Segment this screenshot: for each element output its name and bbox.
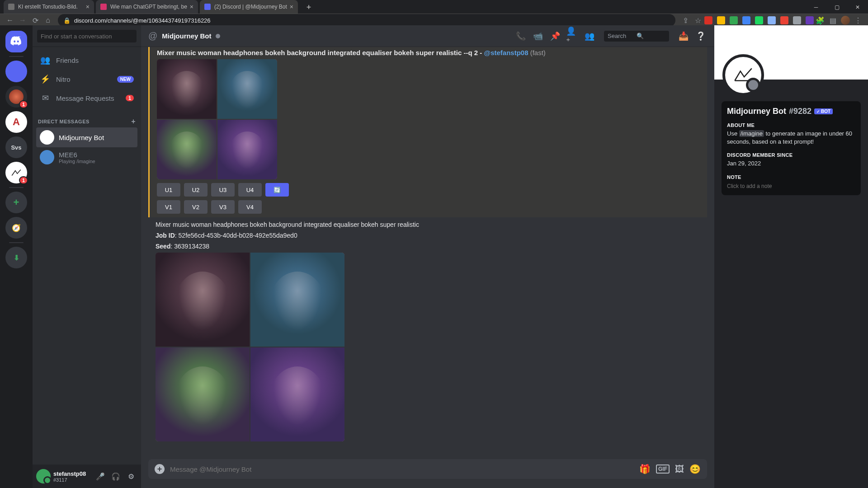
user-avatar[interactable]: [36, 469, 51, 483]
user-info[interactable]: stefanstp08 #3117: [53, 470, 91, 483]
channel-sidebar: 👥 Friends ⚡ Nitro NEW ✉ Message Requests…: [33, 25, 141, 488]
image-grid[interactable]: [156, 253, 344, 441]
settings-button[interactable]: ⚙: [125, 470, 137, 483]
note-header: NOTE: [727, 174, 855, 180]
dm-name: MEE6: [59, 151, 95, 159]
extension-icon[interactable]: [755, 16, 763, 24]
attach-button[interactable]: +: [155, 464, 165, 474]
image-grid[interactable]: [157, 59, 277, 179]
browser-tab[interactable]: (2) Discord | @Midjourney Bot ×: [200, 0, 298, 14]
inbox-button[interactable]: 📥: [677, 30, 690, 42]
server-button[interactable]: 1: [5, 86, 27, 108]
sticker-button[interactable]: 🖼: [675, 464, 684, 474]
star-icon[interactable]: ☆: [692, 14, 704, 27]
dm-name: Midjourney Bot: [59, 134, 104, 141]
pin-button[interactable]: 📌: [549, 30, 561, 42]
add-server-button[interactable]: +: [5, 192, 27, 213]
browser-tab[interactable]: KI erstellt Tonstudio-Bild. ×: [4, 0, 94, 14]
upscale-row: U1 U2 U3 U4 🔄: [157, 183, 707, 197]
extension-icon[interactable]: [806, 16, 814, 24]
sidepanel-icon[interactable]: ▤: [826, 14, 839, 27]
browser-tab[interactable]: Wie man ChatGPT beibringt, be ×: [96, 0, 198, 14]
back-button[interactable]: ←: [4, 14, 16, 27]
maximize-button[interactable]: ▢: [826, 0, 847, 14]
generated-image[interactable]: [217, 59, 277, 119]
new-tab-button[interactable]: +: [302, 1, 315, 14]
v4-button[interactable]: V4: [238, 200, 262, 214]
url-input[interactable]: 🔒 discord.com/channels/@me/1063443749197…: [58, 14, 675, 27]
chat-input-area: + 🎁 GIF 🖼 😊: [141, 459, 714, 488]
search-icon: 🔍: [637, 33, 665, 39]
download-button[interactable]: ⬇: [5, 247, 27, 268]
user-mention[interactable]: @stefanstp08: [484, 49, 528, 56]
server-button[interactable]: Svs: [5, 136, 27, 158]
extension-icon[interactable]: [717, 16, 725, 24]
server-button[interactable]: [5, 61, 27, 82]
chat-search[interactable]: Search 🔍: [604, 31, 669, 42]
close-icon[interactable]: ×: [190, 3, 193, 10]
nitro-item[interactable]: ⚡ Nitro NEW: [36, 70, 137, 89]
video-call-button[interactable]: 📹: [532, 30, 544, 42]
close-window-button[interactable]: ✕: [847, 0, 868, 14]
message-input[interactable]: [170, 465, 634, 473]
server-button[interactable]: A: [5, 111, 27, 133]
gift-button[interactable]: 🎁: [639, 464, 651, 474]
explore-button[interactable]: 🧭: [5, 217, 27, 239]
emoji-button[interactable]: 😊: [689, 464, 701, 474]
menu-icon[interactable]: ⋮: [852, 14, 864, 27]
mute-button[interactable]: 🎤: [94, 470, 107, 483]
generated-image[interactable]: [156, 253, 250, 347]
u2-button[interactable]: U2: [184, 183, 208, 197]
generated-image[interactable]: [157, 59, 217, 119]
reroll-button[interactable]: 🔄: [265, 183, 289, 197]
friends-item[interactable]: 👥 Friends: [36, 51, 137, 70]
extension-icon[interactable]: [780, 16, 788, 24]
v2-button[interactable]: V2: [184, 200, 208, 214]
reload-button[interactable]: ⟳: [29, 14, 42, 27]
home-button[interactable]: ⌂: [42, 14, 54, 27]
profile-toggle-button[interactable]: 👥: [583, 30, 596, 42]
extension-icon[interactable]: [704, 16, 712, 24]
extensions-menu-icon[interactable]: 🧩: [814, 14, 826, 27]
help-button[interactable]: ❔: [694, 30, 707, 42]
message-requests-item[interactable]: ✉ Message Requests 1: [36, 89, 137, 108]
generated-image[interactable]: [156, 347, 250, 441]
friends-label: Friends: [56, 56, 79, 64]
voice-call-button[interactable]: 📞: [514, 30, 527, 42]
close-icon[interactable]: ×: [86, 3, 90, 10]
add-friends-button[interactable]: 👤⁺: [566, 30, 579, 42]
generated-image[interactable]: [217, 120, 277, 179]
about-header: ABOUT ME: [727, 122, 855, 128]
home-server-button[interactable]: [5, 31, 27, 52]
extension-icon[interactable]: [768, 16, 776, 24]
address-bar: ← → ⟳ ⌂ 🔒 discord.com/channels/@me/10634…: [0, 14, 868, 27]
search-input[interactable]: [37, 30, 137, 42]
message-list[interactable]: Mixer music woman headphones bokeh backg…: [141, 47, 714, 459]
generated-image[interactable]: [250, 347, 344, 441]
note-input[interactable]: [727, 183, 855, 189]
deafen-button[interactable]: 🎧: [109, 470, 122, 483]
profile-avatar-icon[interactable]: [839, 14, 852, 27]
forward-button[interactable]: →: [16, 14, 29, 27]
u3-button[interactable]: U3: [211, 183, 235, 197]
close-icon[interactable]: ×: [290, 3, 293, 10]
v1-button[interactable]: V1: [157, 200, 180, 214]
u1-button[interactable]: U1: [157, 183, 180, 197]
generated-image[interactable]: [157, 120, 217, 179]
extension-icon[interactable]: [742, 16, 750, 24]
minimize-button[interactable]: ─: [806, 0, 826, 14]
new-badge: NEW: [117, 76, 134, 83]
u4-button[interactable]: U4: [238, 183, 262, 197]
profile-avatar[interactable]: [722, 54, 764, 96]
create-dm-button[interactable]: +: [131, 117, 136, 126]
generated-image[interactable]: [250, 253, 344, 347]
chat-input[interactable]: + 🎁 GIF 🖼 😊: [148, 459, 707, 479]
dm-item[interactable]: Midjourney Bot: [36, 127, 137, 147]
dm-item[interactable]: MEE6 Playing /imagine: [36, 147, 137, 167]
v3-button[interactable]: V3: [211, 200, 235, 214]
extension-icon[interactable]: [793, 16, 801, 24]
gif-button[interactable]: GIF: [656, 465, 670, 474]
share-icon[interactable]: ⇪: [679, 14, 692, 27]
extension-icon[interactable]: [730, 16, 738, 24]
server-button[interactable]: 1: [5, 162, 27, 183]
